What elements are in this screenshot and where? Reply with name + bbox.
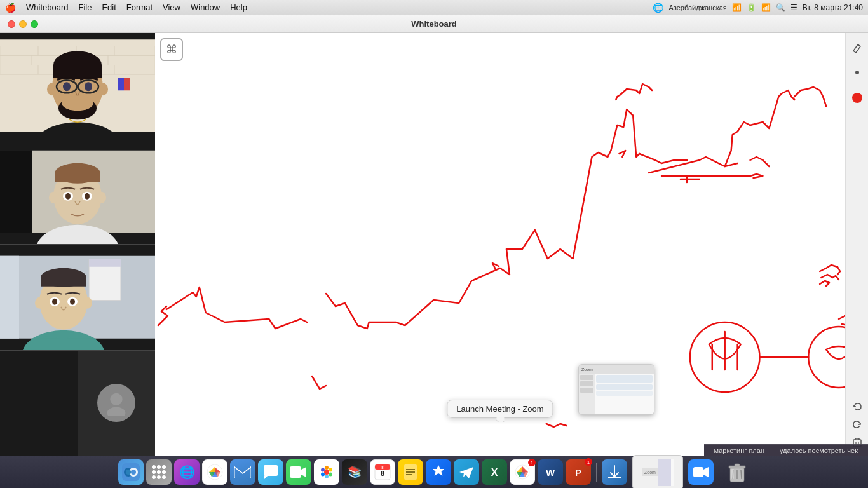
- menu-format[interactable]: Format: [121, 1, 158, 13]
- svg-rect-109: [693, 467, 703, 477]
- window-title: Whiteboard: [411, 19, 457, 29]
- dock-downloads[interactable]: [602, 459, 627, 485]
- record-dot: [852, 93, 862, 103]
- battery-icon: 🔋: [747, 3, 756, 12]
- minimize-button[interactable]: [19, 20, 27, 28]
- bottom-item-2: удалось посмотреть чек: [780, 447, 858, 454]
- menu-whiteboard[interactable]: Whiteboard: [21, 1, 73, 13]
- search-icon[interactable]: 🔍: [776, 3, 785, 12]
- svg-rect-30: [0, 150, 32, 233]
- zoom-preview-header: Zoom: [579, 365, 654, 374]
- main-area: ⌘: [0, 33, 868, 456]
- svg-rect-112: [735, 464, 740, 466]
- dock-separator: [596, 463, 597, 482]
- eraser-button[interactable]: [848, 38, 866, 56]
- svg-point-78: [162, 470, 166, 474]
- svg-point-24: [85, 82, 92, 91]
- svg-rect-87: [290, 466, 301, 478]
- svg-point-23: [63, 82, 71, 91]
- svg-point-51: [83, 297, 92, 309]
- maximize-button[interactable]: [31, 20, 38, 28]
- svg-point-26: [62, 95, 93, 111]
- dock-word[interactable]: W: [538, 459, 563, 485]
- svg-point-91: [329, 473, 332, 477]
- svg-point-18: [47, 83, 57, 95]
- dock-arc-browser[interactable]: 🌐: [174, 459, 200, 485]
- undo-button[interactable]: [848, 398, 866, 416]
- svg-point-72: [131, 470, 136, 475]
- video-slot-4: [0, 351, 155, 457]
- menu-bar: 🍎 Whiteboard File Edit Format View Windo…: [0, 0, 868, 15]
- menu-window[interactable]: Window: [186, 1, 225, 13]
- dock-messages[interactable]: [258, 459, 283, 485]
- dock-zoom-preview[interactable]: Zoom: [632, 455, 683, 489]
- close-button[interactable]: [8, 20, 15, 28]
- dock-powerpoint[interactable]: P 1: [566, 459, 591, 485]
- dock-zoom-app[interactable]: [688, 459, 714, 485]
- svg-point-36: [49, 191, 58, 203]
- svg-text:8: 8: [381, 470, 384, 477]
- language-label: Азербайджанская: [668, 4, 726, 11]
- svg-rect-86: [234, 466, 251, 478]
- drawing-canvas: [155, 33, 845, 456]
- right-toolbar: [845, 33, 868, 456]
- zoom-preview-body: [579, 374, 654, 414]
- datetime-label: Вт, 8 марта 21:40: [803, 3, 863, 12]
- svg-point-55: [70, 299, 75, 305]
- record-button[interactable]: [848, 89, 866, 107]
- svg-point-74: [157, 465, 161, 469]
- dock-chrome[interactable]: [202, 459, 227, 485]
- dock-chrome-2[interactable]: 1: [510, 459, 535, 485]
- svg-point-88: [324, 470, 329, 475]
- svg-rect-44: [89, 259, 121, 267]
- svg-point-19: [98, 83, 108, 95]
- video-slot-2: [0, 139, 155, 245]
- dock-excel[interactable]: X: [482, 459, 507, 485]
- bottom-bar: маркетинг план удалось посмотреть чек: [704, 444, 868, 456]
- svg-text:X: X: [491, 467, 498, 478]
- dock-photos[interactable]: [314, 459, 339, 485]
- svg-point-89: [325, 466, 329, 470]
- dock: 🌐: [0, 456, 868, 488]
- svg-point-80: [157, 475, 161, 479]
- browser-icon: 🌐: [653, 3, 663, 13]
- video-slot-1: [0, 33, 155, 139]
- svg-point-37: [97, 191, 106, 203]
- dock-trash[interactable]: [724, 459, 750, 485]
- svg-point-57: [107, 407, 126, 416]
- svg-point-56: [110, 393, 122, 405]
- menu-file[interactable]: File: [73, 1, 97, 13]
- avatar-placeholder: [97, 384, 135, 422]
- zoom-preview-window[interactable]: Zoom: [578, 364, 654, 415]
- svg-point-79: [152, 475, 156, 479]
- svg-point-77: [157, 470, 161, 474]
- svg-line-115: [741, 470, 742, 479]
- svg-point-93: [321, 473, 325, 477]
- menubar-right: 🌐 Азербайджанская 📶 🔋 📶 🔍 ☰ Вт, 8 марта …: [653, 3, 863, 13]
- svg-text:P: P: [575, 468, 581, 478]
- control-center-icon[interactable]: ☰: [790, 3, 797, 12]
- dock-kindle[interactable]: 📚: [342, 459, 367, 485]
- svg-rect-45: [0, 256, 19, 339]
- menu-help[interactable]: Help: [225, 1, 252, 13]
- dock-launchpad[interactable]: [146, 459, 172, 485]
- dock-telegram[interactable]: [454, 459, 479, 485]
- whiteboard-area[interactable]: ⌘: [155, 33, 845, 456]
- menu-edit[interactable]: Edit: [97, 1, 121, 13]
- traffic-lights: [8, 20, 38, 28]
- dock-finder[interactable]: [118, 459, 144, 485]
- dock-calendar[interactable]: 8 8: [370, 459, 395, 485]
- toolbar-bottom: [848, 398, 866, 451]
- svg-rect-108: [608, 477, 621, 478]
- dock-facetime[interactable]: [286, 459, 311, 485]
- menu-view[interactable]: View: [158, 1, 186, 13]
- dot-button[interactable]: [848, 64, 866, 81]
- apple-menu[interactable]: 🍎: [5, 3, 16, 13]
- bottom-item-1: маркетинг план: [714, 447, 764, 454]
- dock-notes[interactable]: [398, 459, 423, 485]
- svg-point-54: [52, 299, 57, 305]
- dock-appstore[interactable]: [426, 459, 451, 485]
- redo-button[interactable]: [848, 416, 866, 433]
- svg-point-81: [162, 475, 166, 479]
- dock-mail[interactable]: [230, 459, 255, 485]
